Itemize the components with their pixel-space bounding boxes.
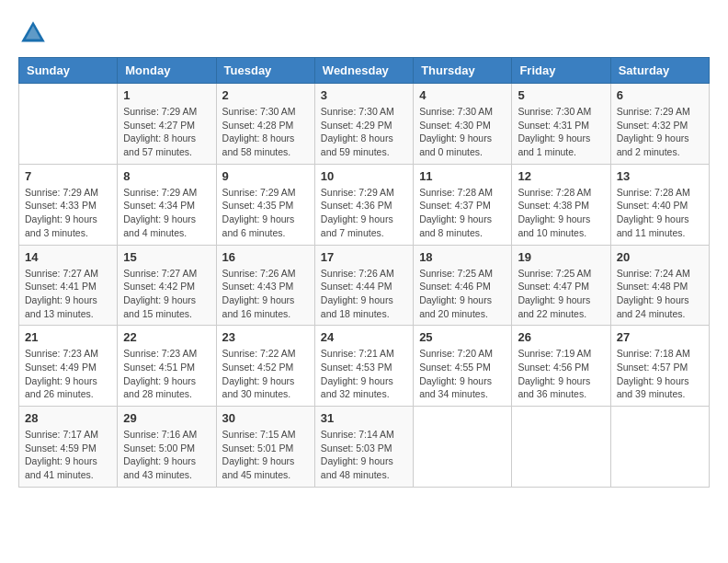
day-number: 25 (419, 330, 506, 344)
calendar-cell: 5Sunrise: 7:30 AMSunset: 4:31 PMDaylight… (512, 84, 610, 165)
calendar-cell: 6Sunrise: 7:29 AMSunset: 4:32 PMDaylight… (610, 84, 709, 165)
weekday-header-cell: Tuesday (216, 58, 314, 84)
weekday-header-cell: Thursday (414, 58, 512, 84)
day-info: Sunrise: 7:16 AMSunset: 5:00 PMDaylight:… (123, 428, 210, 482)
day-info: Sunrise: 7:30 AMSunset: 4:31 PMDaylight:… (518, 105, 604, 159)
day-info: Sunrise: 7:21 AMSunset: 4:53 PMDaylight:… (321, 347, 407, 401)
day-number: 4 (419, 88, 506, 102)
day-info: Sunrise: 7:22 AMSunset: 4:52 PMDaylight:… (222, 347, 309, 401)
day-info: Sunrise: 7:26 AMSunset: 4:44 PMDaylight:… (321, 267, 407, 321)
calendar-cell (414, 407, 512, 488)
calendar-cell: 31Sunrise: 7:14 AMSunset: 5:03 PMDayligh… (314, 407, 413, 488)
day-info: Sunrise: 7:29 AMSunset: 4:27 PMDaylight:… (123, 105, 210, 159)
day-info: Sunrise: 7:23 AMSunset: 4:51 PMDaylight:… (123, 347, 210, 401)
calendar-cell: 12Sunrise: 7:28 AMSunset: 4:38 PMDayligh… (512, 164, 610, 245)
day-number: 24 (321, 330, 407, 344)
page-header (18, 18, 710, 48)
day-number: 11 (419, 169, 506, 183)
calendar-cell: 10Sunrise: 7:29 AMSunset: 4:36 PMDayligh… (314, 164, 413, 245)
calendar-table: SundayMondayTuesdayWednesdayThursdayFrid… (18, 57, 710, 488)
weekday-header-cell: Sunday (19, 58, 118, 84)
day-info: Sunrise: 7:28 AMSunset: 4:38 PMDaylight:… (518, 186, 604, 240)
calendar-cell: 7Sunrise: 7:29 AMSunset: 4:33 PMDaylight… (19, 164, 118, 245)
calendar-cell: 29Sunrise: 7:16 AMSunset: 5:00 PMDayligh… (118, 407, 216, 488)
calendar-body: 1Sunrise: 7:29 AMSunset: 4:27 PMDaylight… (19, 84, 710, 488)
calendar-cell: 26Sunrise: 7:19 AMSunset: 4:56 PMDayligh… (512, 326, 610, 407)
day-number: 29 (123, 411, 210, 425)
day-number: 6 (617, 88, 703, 102)
logo (18, 18, 51, 48)
day-number: 30 (222, 411, 309, 425)
calendar-cell: 13Sunrise: 7:28 AMSunset: 4:40 PMDayligh… (610, 164, 709, 245)
day-number: 3 (321, 88, 407, 102)
day-number: 9 (222, 169, 309, 183)
day-number: 8 (123, 169, 210, 183)
calendar-week-row: 7Sunrise: 7:29 AMSunset: 4:33 PMDaylight… (19, 164, 710, 245)
day-info: Sunrise: 7:30 AMSunset: 4:28 PMDaylight:… (222, 105, 309, 159)
day-number: 7 (25, 169, 111, 183)
weekday-header-cell: Wednesday (314, 58, 413, 84)
day-number: 20 (617, 250, 703, 264)
day-number: 17 (321, 250, 407, 264)
calendar-cell: 22Sunrise: 7:23 AMSunset: 4:51 PMDayligh… (118, 326, 216, 407)
day-info: Sunrise: 7:15 AMSunset: 5:01 PMDaylight:… (222, 428, 309, 482)
calendar-cell: 24Sunrise: 7:21 AMSunset: 4:53 PMDayligh… (314, 326, 413, 407)
calendar-week-row: 28Sunrise: 7:17 AMSunset: 4:59 PMDayligh… (19, 407, 710, 488)
calendar-cell: 1Sunrise: 7:29 AMSunset: 4:27 PMDaylight… (118, 84, 216, 165)
day-number: 10 (321, 169, 407, 183)
calendar-cell: 17Sunrise: 7:26 AMSunset: 4:44 PMDayligh… (314, 245, 413, 326)
calendar-cell: 9Sunrise: 7:29 AMSunset: 4:35 PMDaylight… (216, 164, 314, 245)
day-info: Sunrise: 7:28 AMSunset: 4:37 PMDaylight:… (419, 186, 506, 240)
day-number: 21 (25, 330, 111, 344)
day-number: 26 (518, 330, 604, 344)
day-info: Sunrise: 7:20 AMSunset: 4:55 PMDaylight:… (419, 347, 506, 401)
calendar-cell: 23Sunrise: 7:22 AMSunset: 4:52 PMDayligh… (216, 326, 314, 407)
day-number: 14 (25, 250, 111, 264)
day-info: Sunrise: 7:14 AMSunset: 5:03 PMDaylight:… (321, 428, 407, 482)
calendar-cell: 11Sunrise: 7:28 AMSunset: 4:37 PMDayligh… (414, 164, 512, 245)
calendar-cell: 3Sunrise: 7:30 AMSunset: 4:29 PMDaylight… (314, 84, 413, 165)
weekday-header-cell: Monday (118, 58, 216, 84)
calendar-week-row: 1Sunrise: 7:29 AMSunset: 4:27 PMDaylight… (19, 84, 710, 165)
calendar-cell (610, 407, 709, 488)
calendar-cell: 19Sunrise: 7:25 AMSunset: 4:47 PMDayligh… (512, 245, 610, 326)
day-number: 12 (518, 169, 604, 183)
calendar-cell: 16Sunrise: 7:26 AMSunset: 4:43 PMDayligh… (216, 245, 314, 326)
day-info: Sunrise: 7:30 AMSunset: 4:29 PMDaylight:… (321, 105, 407, 159)
day-number: 18 (419, 250, 506, 264)
day-info: Sunrise: 7:27 AMSunset: 4:42 PMDaylight:… (123, 267, 210, 321)
calendar-cell: 30Sunrise: 7:15 AMSunset: 5:01 PMDayligh… (216, 407, 314, 488)
day-info: Sunrise: 7:18 AMSunset: 4:57 PMDaylight:… (617, 347, 703, 401)
day-info: Sunrise: 7:19 AMSunset: 4:56 PMDaylight:… (518, 347, 604, 401)
calendar-cell: 14Sunrise: 7:27 AMSunset: 4:41 PMDayligh… (19, 245, 118, 326)
day-info: Sunrise: 7:24 AMSunset: 4:48 PMDaylight:… (617, 267, 703, 321)
day-number: 5 (518, 88, 604, 102)
calendar-cell: 8Sunrise: 7:29 AMSunset: 4:34 PMDaylight… (118, 164, 216, 245)
day-info: Sunrise: 7:29 AMSunset: 4:34 PMDaylight:… (123, 186, 210, 240)
day-number: 27 (617, 330, 703, 344)
calendar-cell: 27Sunrise: 7:18 AMSunset: 4:57 PMDayligh… (610, 326, 709, 407)
calendar-cell: 18Sunrise: 7:25 AMSunset: 4:46 PMDayligh… (414, 245, 512, 326)
day-info: Sunrise: 7:29 AMSunset: 4:32 PMDaylight:… (617, 105, 703, 159)
day-info: Sunrise: 7:26 AMSunset: 4:43 PMDaylight:… (222, 267, 309, 321)
day-number: 2 (222, 88, 309, 102)
day-info: Sunrise: 7:27 AMSunset: 4:41 PMDaylight:… (25, 267, 111, 321)
calendar-cell: 21Sunrise: 7:23 AMSunset: 4:49 PMDayligh… (19, 326, 118, 407)
day-info: Sunrise: 7:29 AMSunset: 4:33 PMDaylight:… (25, 186, 111, 240)
day-info: Sunrise: 7:23 AMSunset: 4:49 PMDaylight:… (25, 347, 111, 401)
day-number: 1 (123, 88, 210, 102)
weekday-header-cell: Saturday (610, 58, 709, 84)
day-number: 31 (321, 411, 407, 425)
calendar-cell: 25Sunrise: 7:20 AMSunset: 4:55 PMDayligh… (414, 326, 512, 407)
calendar-cell: 15Sunrise: 7:27 AMSunset: 4:42 PMDayligh… (118, 245, 216, 326)
day-info: Sunrise: 7:25 AMSunset: 4:46 PMDaylight:… (419, 267, 506, 321)
calendar-week-row: 21Sunrise: 7:23 AMSunset: 4:49 PMDayligh… (19, 326, 710, 407)
day-info: Sunrise: 7:29 AMSunset: 4:36 PMDaylight:… (321, 186, 407, 240)
weekday-header-row: SundayMondayTuesdayWednesdayThursdayFrid… (19, 58, 710, 84)
calendar-cell (512, 407, 610, 488)
day-number: 19 (518, 250, 604, 264)
calendar-cell (19, 84, 118, 165)
logo-icon (18, 18, 48, 48)
day-info: Sunrise: 7:29 AMSunset: 4:35 PMDaylight:… (222, 186, 309, 240)
day-number: 28 (25, 411, 111, 425)
